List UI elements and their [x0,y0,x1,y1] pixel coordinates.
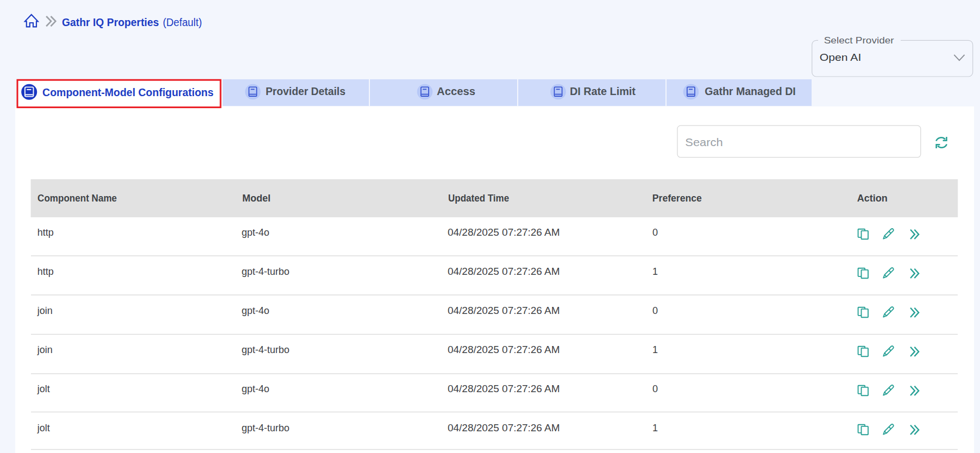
svg-text:04/28/2025 07:27:26 AM: 04/28/2025 07:27:26 AM [448,383,560,394]
svg-text:1: 1 [652,266,658,277]
svg-text:gpt-4o: gpt-4o [242,227,269,238]
svg-text:1: 1 [652,344,658,355]
svg-text:join: join [37,344,53,355]
svg-text:Access: Access [437,85,475,97]
svg-text:join: join [37,305,53,316]
svg-text:gpt-4o: gpt-4o [242,383,269,394]
svg-text:Search: Search [685,136,723,148]
svg-text:0: 0 [652,227,658,238]
svg-text:Component-Model Configurations: Component-Model Configurations [42,86,213,98]
svg-text:0: 0 [652,383,658,394]
svg-text:jolt: jolt [37,383,50,394]
svg-text:http: http [37,266,54,277]
svg-text:Action: Action [857,193,888,204]
svg-text:DI Rate Limit: DI Rate Limit [570,85,636,97]
svg-text:04/28/2025 07:27:26 AM: 04/28/2025 07:27:26 AM [448,305,560,316]
svg-text:Updated Time: Updated Time [448,193,509,204]
svg-text:gpt-4-turbo: gpt-4-turbo [242,423,290,433]
svg-text:04/28/2025 07:27:26 AM: 04/28/2025 07:27:26 AM [448,227,560,238]
svg-text:1: 1 [652,423,658,433]
svg-text:Preference: Preference [652,193,702,204]
svg-text:http: http [37,227,54,238]
svg-text:Gathr IQ Properties: Gathr IQ Properties [62,16,159,28]
svg-text:Component Name: Component Name [37,193,117,204]
svg-text:04/28/2025 07:27:26 AM: 04/28/2025 07:27:26 AM [448,423,560,433]
svg-text:04/28/2025 07:27:26 AM: 04/28/2025 07:27:26 AM [448,344,560,355]
svg-text:gpt-4-turbo: gpt-4-turbo [242,266,290,277]
svg-text:Provider Details: Provider Details [266,85,345,97]
svg-text:Model: Model [242,193,271,204]
svg-text:gpt-4-turbo: gpt-4-turbo [242,344,290,355]
svg-text:Select Provider: Select Provider [824,35,894,46]
svg-text:Gathr Managed DI: Gathr Managed DI [705,85,795,97]
svg-text:0: 0 [652,305,658,316]
svg-text:Open AI: Open AI [820,52,862,63]
svg-text:gpt-4o: gpt-4o [242,305,269,316]
svg-text:04/28/2025 07:27:26 AM: 04/28/2025 07:27:26 AM [448,266,560,277]
svg-text:jolt: jolt [37,423,50,433]
svg-text:(Default): (Default) [163,16,202,28]
